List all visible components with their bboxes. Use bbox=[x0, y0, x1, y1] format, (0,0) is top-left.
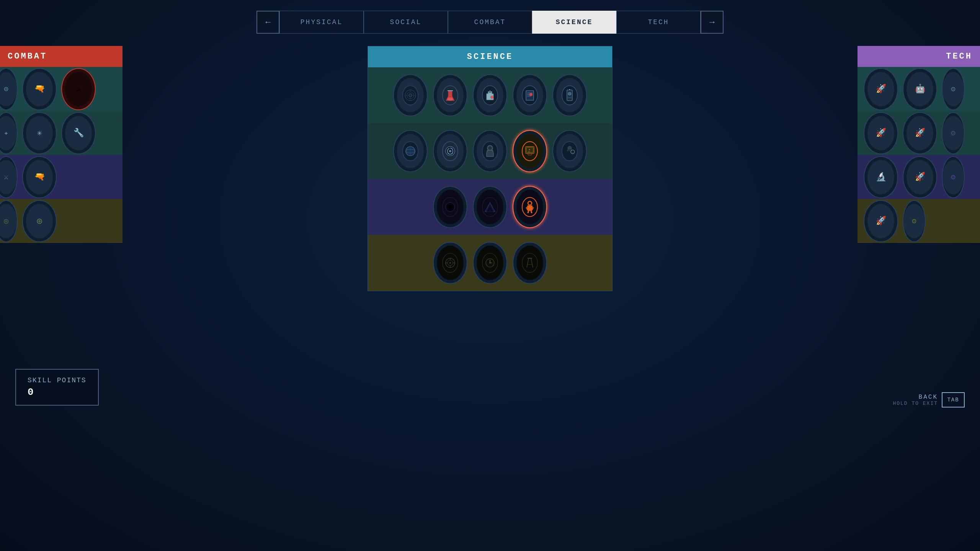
tech-row-2: 🚀 🚀 ⚙ bbox=[858, 111, 980, 155]
next-button[interactable]: → bbox=[701, 11, 724, 34]
svg-point-27 bbox=[449, 150, 451, 152]
science-row-1 bbox=[368, 67, 612, 123]
skill-points-box: SKILL POINTS 0 bbox=[15, 369, 99, 406]
tab-social[interactable]: SOCIAL bbox=[364, 11, 448, 34]
science-skill-research[interactable] bbox=[513, 74, 547, 116]
science-skill-scanner[interactable] bbox=[393, 74, 428, 116]
science-skill-explorer[interactable] bbox=[513, 186, 547, 228]
combat-skill-sniper[interactable]: 🔧 bbox=[61, 112, 96, 154]
tech-skill-cut4[interactable]: ⚙ bbox=[942, 112, 965, 154]
tech-skill-rocket3[interactable]: 🚀 bbox=[903, 112, 937, 154]
science-skill-glove[interactable] bbox=[473, 74, 507, 116]
svg-point-51 bbox=[449, 262, 451, 264]
science-panel: SCIENCE bbox=[368, 46, 612, 291]
svg-point-18 bbox=[568, 92, 571, 95]
science-row-3 bbox=[368, 179, 612, 235]
science-skill-device[interactable] bbox=[552, 74, 587, 116]
combat-skill-target[interactable]: ◎ bbox=[0, 200, 18, 242]
svg-point-9 bbox=[490, 96, 493, 99]
svg-text:◈◈: ◈◈ bbox=[528, 150, 530, 153]
science-skill-blackhole[interactable] bbox=[433, 186, 467, 228]
combat-skill-explosion[interactable]: ✳ bbox=[22, 112, 57, 154]
tech-row-1: 🚀 🤖 ⚙ bbox=[858, 67, 980, 111]
tech-row-3: 🔬 🚀 ⚙ bbox=[858, 155, 980, 199]
science-skill-terrain[interactable] bbox=[473, 186, 507, 228]
tech-skill-cut5[interactable]: ⚙ bbox=[942, 156, 965, 198]
science-skill-suit[interactable] bbox=[473, 130, 507, 172]
tech-skill-tool[interactable]: 🔬 bbox=[864, 156, 898, 198]
combat-row-3: ⚔ 🔫 bbox=[0, 155, 122, 199]
tab-key[interactable]: TAB bbox=[942, 392, 965, 408]
tab-physical[interactable]: PHYSICAL bbox=[279, 11, 364, 34]
combat-row-2: ✦ ✳ 🔧 bbox=[0, 111, 122, 155]
tech-panel-header: TECH bbox=[858, 46, 980, 67]
combat-skill-pistol[interactable]: 🔫 bbox=[22, 68, 57, 110]
science-panel-header: SCIENCE bbox=[368, 46, 612, 67]
science-skill-chemistry[interactable] bbox=[433, 74, 467, 116]
tech-skill-rocket2[interactable]: 🚀 bbox=[864, 112, 898, 154]
combat-skill-rifle[interactable]: ⚔ bbox=[61, 68, 96, 110]
science-row-4 bbox=[368, 235, 612, 291]
combat-panel: COMBAT ⊙ 🔫 ⚔ ✦ ✳ 🔧 bbox=[0, 46, 122, 245]
tech-row-4: 🚀 ⚙ bbox=[858, 199, 980, 243]
top-nav: ← PHYSICAL SOCIAL COMBAT SCIENCE TECH → bbox=[256, 11, 724, 34]
combat-row-4: ◎ ◎ bbox=[0, 199, 122, 243]
combat-skill-gun2[interactable]: 🔫 bbox=[22, 156, 57, 198]
tech-skill-cut3[interactable]: ⚙ bbox=[942, 68, 965, 110]
combat-skill-sword[interactable]: ⚔ bbox=[0, 156, 18, 198]
science-skill-biotech[interactable] bbox=[552, 130, 587, 172]
combat-skill-cut2[interactable]: ✦ bbox=[0, 112, 18, 154]
svg-rect-36 bbox=[528, 153, 532, 155]
svg-point-15 bbox=[529, 93, 532, 96]
page-wrapper: ← PHYSICAL SOCIAL COMBAT SCIENCE TECH → … bbox=[0, 0, 980, 551]
tab-science[interactable]: SCIENCE bbox=[532, 11, 616, 34]
tech-panel: TECH 🚀 🤖 ⚙ 🚀 🚀 ⚙ bbox=[858, 46, 980, 245]
tech-skill-bot[interactable]: 🤖 bbox=[903, 68, 937, 110]
back-text: BACK HOLD TO EXIT bbox=[893, 394, 938, 406]
svg-point-43 bbox=[448, 205, 452, 209]
back-label: BACK bbox=[893, 394, 938, 401]
prev-button[interactable]: ← bbox=[256, 11, 279, 34]
science-skill-targeting[interactable] bbox=[433, 242, 467, 284]
nav-tabs: PHYSICAL SOCIAL COMBAT SCIENCE TECH bbox=[279, 11, 701, 34]
back-hint: BACK HOLD TO EXIT TAB bbox=[893, 392, 965, 408]
combat-skill-circle[interactable]: ◎ bbox=[22, 200, 57, 242]
tech-skill-cut6[interactable]: ⚙ bbox=[903, 200, 926, 242]
combat-row-1: ⊙ 🔫 ⚔ bbox=[0, 67, 122, 111]
science-skill-planet[interactable] bbox=[393, 130, 428, 172]
back-sublabel: HOLD TO EXIT bbox=[893, 401, 938, 406]
svg-point-61 bbox=[522, 253, 537, 272]
combat-panel-header: COMBAT bbox=[0, 46, 122, 67]
tab-combat[interactable]: COMBAT bbox=[448, 11, 532, 34]
tech-skill-rocket4[interactable]: 🚀 bbox=[903, 156, 937, 198]
svg-point-60 bbox=[490, 262, 491, 264]
tab-tech[interactable]: TECH bbox=[616, 11, 701, 34]
svg-point-30 bbox=[488, 147, 492, 150]
svg-point-7 bbox=[447, 98, 453, 101]
science-skill-scanner2[interactable]: ◈ ◈◈ bbox=[513, 130, 547, 172]
tech-skill-rocket1[interactable]: 🚀 bbox=[864, 68, 898, 110]
combat-skill-cut[interactable]: ⊙ bbox=[0, 68, 18, 110]
skill-points-value: 0 bbox=[28, 386, 87, 398]
science-skill-chrono[interactable] bbox=[473, 242, 507, 284]
skill-points-label: SKILL POINTS bbox=[28, 377, 87, 384]
science-skill-scan[interactable] bbox=[433, 130, 467, 172]
science-row-2: ◈ ◈◈ bbox=[368, 123, 612, 179]
science-skill-compass[interactable] bbox=[513, 242, 547, 284]
tech-skill-rocket5[interactable]: 🚀 bbox=[864, 200, 898, 242]
svg-point-47 bbox=[529, 202, 531, 205]
svg-rect-19 bbox=[568, 97, 572, 98]
